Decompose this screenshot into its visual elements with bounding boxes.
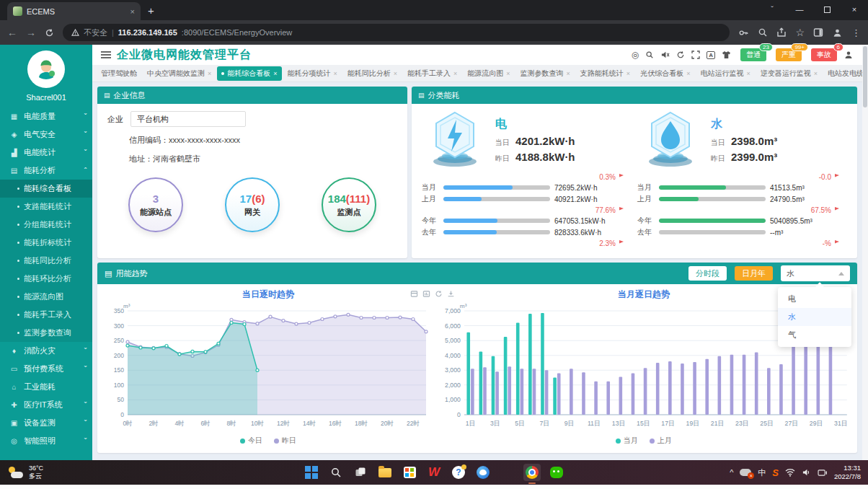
font-size-icon[interactable]: A — [707, 51, 715, 59]
time-segment-button[interactable]: 分时段 — [688, 266, 727, 281]
tab-close-icon[interactable]: × — [273, 70, 277, 77]
volume-icon[interactable] — [802, 468, 811, 477]
page-tab[interactable]: 支路能耗统计× — [576, 66, 634, 81]
profile-icon[interactable] — [832, 27, 843, 38]
sidebar-subitem[interactable]: 能耗环比分析 — [0, 270, 92, 288]
page-tab[interactable]: 能源流向图× — [463, 66, 514, 81]
chrome-button[interactable] — [523, 464, 541, 481]
share-icon[interactable] — [776, 27, 787, 38]
dropdown-option[interactable]: 电 — [778, 290, 851, 308]
legend-item[interactable]: 当月 — [616, 436, 638, 446]
close-button[interactable]: × — [841, 0, 868, 19]
back-button[interactable]: ← — [7, 27, 17, 38]
browser-tab[interactable]: ECEMS × — [7, 2, 141, 20]
sidebar-item[interactable]: ▣设备监测ˇ — [0, 414, 92, 432]
edge-button[interactable] — [499, 464, 516, 481]
sidebar-item[interactable]: ▦电能质量ˇ — [0, 107, 92, 125]
tab-close-icon[interactable]: × — [453, 70, 457, 77]
day-month-year-button[interactable]: 日月年 — [735, 266, 773, 281]
page-tab[interactable]: 能耗手工录入× — [403, 66, 461, 81]
sidebar-item[interactable]: ▤能耗分析ˆ — [0, 162, 92, 180]
refresh-icon[interactable] — [676, 50, 685, 59]
weather-widget[interactable]: 36°C 多云 — [7, 464, 43, 481]
fullscreen-icon[interactable] — [691, 50, 700, 59]
tab-close-icon[interactable]: × — [746, 70, 750, 77]
wps-button[interactable]: W — [425, 464, 443, 481]
legend-item[interactable]: 上月 — [650, 436, 672, 446]
qq-browser-button[interactable] — [474, 464, 492, 481]
screenshot-icon[interactable] — [818, 469, 828, 477]
user-icon[interactable] — [843, 50, 854, 60]
energy-type-select[interactable]: 水 — [781, 265, 850, 281]
page-tab[interactable]: 管理驾驶舱 — [97, 66, 141, 81]
tab-close-icon[interactable]: × — [626, 70, 630, 77]
toolbox-download-icon[interactable] — [447, 290, 455, 298]
page-tab[interactable]: 能耗同比分析× — [343, 66, 402, 81]
scrollbar-thumb[interactable] — [863, 46, 867, 107]
task-view-button[interactable] — [352, 464, 369, 481]
ime-indicator[interactable]: 中 — [758, 467, 766, 478]
page-tab[interactable]: 能耗分项统计× — [283, 66, 342, 81]
store-button[interactable] — [401, 464, 418, 481]
search-icon[interactable] — [645, 50, 654, 59]
mute-icon[interactable] — [660, 50, 670, 59]
sidebar-subitem[interactable]: 能源流向图 — [0, 288, 92, 306]
legend-item[interactable]: 今日 — [240, 436, 262, 446]
avatar[interactable] — [27, 50, 65, 88]
legend-item[interactable]: 昨日 — [274, 436, 296, 446]
stat-circle[interactable]: 184(111)监测点 — [322, 177, 376, 232]
wifi-icon[interactable] — [785, 468, 795, 477]
sidebar-item[interactable]: ▟电能统计ˇ — [0, 144, 92, 162]
tab-close-icon[interactable]: × — [686, 70, 690, 77]
alarm-badge[interactable]: 事故6 — [811, 48, 837, 61]
sidebar-subitem[interactable]: 支路能耗统计 — [0, 198, 92, 216]
page-tab[interactable]: 光伏综合看板× — [636, 66, 694, 81]
qq-button[interactable]: ? — [450, 464, 467, 481]
sidebar-subitem[interactable]: 能耗同比分析 — [0, 252, 92, 270]
side-panel-icon[interactable] — [813, 27, 823, 38]
window-menu-chevron-icon[interactable]: ˇ — [758, 0, 786, 19]
sidebar-subitem[interactable]: 能耗手工录入 — [0, 306, 92, 324]
dropdown-option[interactable]: 水 — [778, 308, 851, 326]
zoom-icon[interactable] — [758, 27, 768, 38]
sidebar-subitem[interactable]: 能耗综合看板 — [0, 180, 92, 198]
start-button[interactable] — [303, 464, 320, 481]
tab-close-icon[interactable]: × — [567, 70, 570, 77]
sidebar-subitem[interactable]: 监测参数查询 — [0, 324, 92, 342]
tab-close-icon[interactable]: × — [394, 70, 397, 77]
company-input[interactable] — [130, 111, 246, 127]
search-button[interactable] — [327, 464, 345, 481]
sidebar-item[interactable]: ✚医疗IT系统ˇ — [0, 396, 92, 414]
sidebar-item[interactable]: ⌂工业能耗 — [0, 378, 92, 396]
sidebar-item[interactable]: ◈电气安全ˇ — [0, 125, 92, 144]
aim-icon[interactable]: ◎ — [632, 50, 639, 59]
password-key-icon[interactable] — [738, 27, 749, 38]
reload-button[interactable] — [45, 28, 54, 38]
tray-expand-icon[interactable]: ^ — [730, 468, 733, 477]
toolbox-restore-icon[interactable] — [435, 290, 443, 298]
page-tab[interactable]: 电站运行监视× — [696, 66, 754, 81]
sidebar-subitem[interactable]: 分组能耗统计 — [0, 216, 92, 234]
toolbox-dataview-icon[interactable] — [410, 290, 418, 298]
page-tab[interactable]: 电站发电统计× — [823, 66, 862, 81]
onedrive-icon[interactable]: × — [740, 469, 751, 476]
stat-circle[interactable]: 3能源站点 — [128, 177, 183, 232]
page-scrollbar[interactable] — [862, 45, 868, 460]
theme-shirt-icon[interactable] — [722, 50, 731, 59]
wechat-button[interactable] — [548, 464, 565, 481]
address-bar[interactable]: 不安全 | 116.236.149.165:8090/ECEMS/EnergyO… — [63, 24, 730, 41]
tab-close-icon[interactable]: × — [130, 7, 135, 16]
tab-close-icon[interactable]: × — [814, 70, 818, 77]
page-tab[interactable]: 逆变器运行监视× — [756, 66, 822, 81]
forward-button[interactable]: → — [26, 27, 36, 38]
page-tab[interactable]: 中央空调能效监测× — [143, 66, 216, 81]
sidebar-item[interactable]: ◎智能照明ˇ — [0, 432, 92, 450]
page-tab[interactable]: 能耗综合看板× — [217, 66, 281, 81]
sogou-icon[interactable]: S — [772, 467, 779, 478]
bookmark-star-icon[interactable]: ☆ — [795, 27, 805, 38]
toolbox-magictype-icon[interactable] — [422, 290, 430, 298]
tab-close-icon[interactable]: × — [208, 70, 211, 77]
maximize-button[interactable] — [813, 0, 841, 19]
sidebar-item[interactable]: ▭预付费系统ˇ — [0, 360, 92, 378]
new-tab-button[interactable]: + — [148, 4, 154, 17]
